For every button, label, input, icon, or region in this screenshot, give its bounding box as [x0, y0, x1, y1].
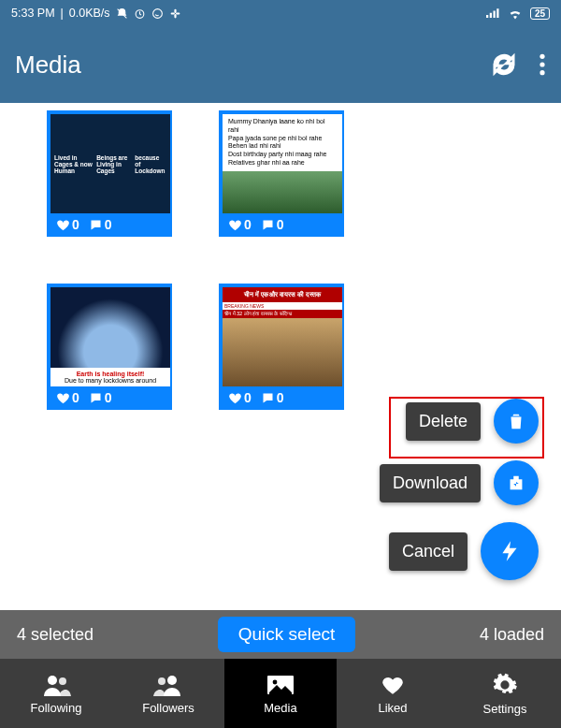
svg-point-12 [539, 62, 544, 66]
followers-icon [152, 673, 184, 697]
media-thumbnail: Lived in Cages & now Human Beings are Li… [50, 114, 170, 213]
svg-point-14 [48, 676, 57, 685]
whatsapp-icon [151, 7, 164, 20]
tab-label: Followers [142, 701, 194, 715]
comment-count: 0 [277, 390, 284, 405]
media-icon [266, 673, 295, 697]
tab-label: Media [264, 701, 296, 715]
media-stats: 0 0 [223, 213, 340, 236]
wifi-icon [508, 7, 523, 20]
download-button[interactable] [494, 460, 539, 505]
svg-point-13 [539, 70, 544, 75]
refresh-button[interactable] [490, 51, 518, 79]
tab-settings[interactable]: Settings [449, 659, 561, 728]
heart-icon [228, 218, 242, 232]
svg-rect-9 [493, 10, 495, 18]
comment-icon [261, 218, 275, 232]
status-time: 5:33 PM [11, 7, 55, 20]
tab-label: Following [31, 701, 82, 715]
media-card[interactable]: Lived in Cages & now Human Beings are Li… [47, 110, 172, 237]
media-thumbnail: Earth is healing itself!Due to many lock… [50, 287, 170, 386]
delete-label: Delete [406, 402, 481, 441]
tab-followers[interactable]: Followers [112, 659, 224, 728]
svg-point-16 [167, 676, 177, 685]
tab-liked[interactable]: Liked [337, 659, 449, 728]
media-stats: 0 0 [223, 386, 340, 409]
download-label: Download [380, 464, 481, 502]
download-icon [506, 473, 526, 493]
svg-rect-4 [174, 14, 176, 18]
comment-count: 0 [105, 217, 112, 232]
selected-count: 4 selected [17, 625, 94, 645]
quick-select-bar: 4 selected Quick select 4 loaded [0, 610, 561, 659]
media-thumbnail: Mummy Dhaniya laane ko nhi bol rahi Papa… [223, 114, 342, 213]
svg-point-17 [158, 677, 165, 685]
status-separator: | [61, 7, 64, 20]
quick-select-button[interactable]: Quick select [218, 617, 355, 652]
trash-icon [506, 411, 526, 431]
status-net-speed: 0.0KB/s [69, 7, 110, 20]
like-count: 0 [244, 390, 252, 405]
media-stats: 0 0 [50, 386, 168, 409]
like-count: 0 [72, 217, 79, 232]
svg-point-2 [152, 8, 162, 18]
svg-rect-8 [490, 12, 492, 17]
heart-icon [228, 391, 242, 405]
like-count: 0 [244, 217, 252, 232]
tab-label: Settings [483, 702, 527, 716]
bottom-tab-bar: Following Followers Media Liked Settings [0, 659, 561, 728]
media-card[interactable]: Earth is healing itself!Due to many lock… [47, 284, 172, 410]
svg-point-15 [59, 677, 66, 685]
tab-label: Liked [378, 701, 407, 715]
fab-stack: Delete Download Cancel [380, 399, 539, 580]
media-card[interactable]: Mummy Dhaniya laane ko nhi bol rahi Papa… [219, 110, 344, 237]
cancel-label: Cancel [389, 532, 468, 571]
dnd-icon [116, 7, 128, 20]
page-title: Media [15, 51, 81, 80]
settings-icon [492, 672, 518, 698]
app-bar: Media [0, 26, 561, 103]
slack-icon [169, 7, 181, 20]
alarm-icon [134, 7, 146, 20]
status-left: 5:33 PM | 0.0KB/s [11, 7, 181, 20]
media-card[interactable]: चीन में एक और वायरस की दस्तक BREAKING NE… [219, 284, 344, 410]
media-stats: 0 0 [50, 213, 168, 236]
fab-row-delete: Delete [406, 399, 539, 444]
comment-count: 0 [105, 390, 112, 405]
overflow-menu-button[interactable] [539, 52, 546, 77]
loaded-count: 4 loaded [480, 625, 544, 645]
svg-rect-7 [486, 15, 488, 18]
comment-icon [89, 218, 103, 232]
liked-icon [379, 673, 407, 697]
svg-point-11 [539, 54, 544, 59]
lightning-icon [497, 536, 522, 566]
svg-rect-3 [174, 8, 176, 12]
status-bar: 5:33 PM | 0.0KB/s 25 [0, 0, 561, 26]
app-bar-actions [490, 51, 546, 79]
fab-row-download: Download [380, 460, 539, 505]
media-grid: Lived in Cages & now Human Beings are Li… [0, 103, 561, 410]
battery-icon: 25 [530, 7, 550, 20]
delete-button[interactable] [494, 399, 539, 444]
comment-icon [89, 391, 103, 405]
following-icon [40, 673, 72, 697]
main-fab-button[interactable] [481, 522, 539, 580]
tab-media[interactable]: Media [224, 659, 337, 728]
svg-rect-10 [496, 8, 498, 18]
heart-icon [56, 218, 70, 232]
signal-icon [486, 7, 500, 20]
tab-following[interactable]: Following [0, 659, 112, 728]
svg-rect-6 [176, 12, 180, 14]
svg-point-19 [273, 679, 278, 684]
like-count: 0 [72, 390, 79, 405]
comment-count: 0 [277, 217, 284, 232]
svg-rect-5 [170, 12, 174, 14]
media-thumbnail: चीन में एक और वायरस की दस्तक BREAKING NE… [223, 287, 342, 386]
comment-icon [261, 391, 275, 405]
fab-row-cancel: Cancel [389, 522, 539, 580]
status-right: 25 [486, 7, 550, 20]
heart-icon [56, 391, 70, 405]
